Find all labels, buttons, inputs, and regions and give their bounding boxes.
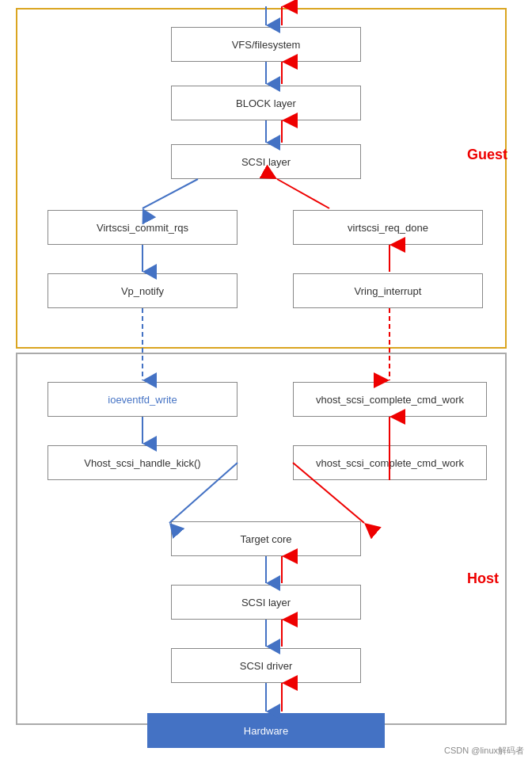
diagram: Guest Host VFS/filesystem BLOCK layer SC… xyxy=(0,0,532,763)
vfs-box: VFS/filesystem xyxy=(171,27,361,62)
watermark: CSDN @linux解码者 xyxy=(444,745,524,757)
vhost-complete-bot-box: vhost_scsi_complete_cmd_work xyxy=(293,445,487,480)
vring-interrupt-box: Vring_interrupt xyxy=(293,273,483,308)
ioeventfd-write-box: ioeventfd_write [data-name="ioeventfd-wr… xyxy=(48,382,238,417)
vhost-complete-top-box: vhost_scsi_complete_cmd_work xyxy=(293,382,487,417)
guest-label: Guest xyxy=(467,147,507,163)
hardware-box: Hardware xyxy=(147,713,385,748)
target-core-box: Target core xyxy=(171,521,361,556)
virtscsi-commit-box: Virtscsi_commit_rqs xyxy=(48,210,238,245)
block-box: BLOCK layer xyxy=(171,86,361,120)
vhost-handle-kick-box: Vhost_scsi_handle_kick() xyxy=(48,445,238,480)
scsi-guest-box: SCSI layer xyxy=(171,144,361,179)
scsi-driver-box: SCSI driver xyxy=(171,648,361,683)
scsi-host-box: SCSI layer xyxy=(171,585,361,620)
virtscsi-req-done-box: virtscsi_req_done xyxy=(293,210,483,245)
host-label: Host xyxy=(467,570,499,587)
vp-notify-box: Vp_notify xyxy=(48,273,238,308)
